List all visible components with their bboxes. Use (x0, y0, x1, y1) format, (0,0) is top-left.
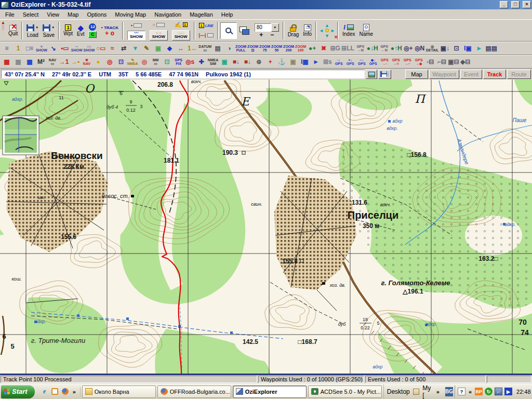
find-name-icon[interactable]: ◎N (414, 43, 425, 54)
route-from-gps-icon[interactable]: ⌐↓GPS (356, 56, 367, 68)
delete-track-icon[interactable]: ✖ (318, 43, 329, 54)
firefox-icon[interactable] (61, 388, 70, 396)
tab-map[interactable]: Map (405, 70, 428, 79)
task-browser[interactable]: OFFRoad-Bulgaria.co... (157, 385, 231, 398)
map-compare-icon[interactable]: ▤▤ (485, 43, 498, 54)
tab-route[interactable]: Route (507, 70, 531, 79)
map-image-gray-icon[interactable]: ▦ (12, 56, 24, 68)
pan-control[interactable]: ▲ ◄► ▼✕ (318, 23, 336, 38)
timer-icon[interactable] (51, 388, 59, 396)
zoom-200-button[interactable]: ZOOM200 (283, 43, 295, 54)
save-button[interactable]: ▼ Save (41, 20, 57, 41)
map-paste-icon[interactable]: ◑ (223, 43, 235, 54)
list-line-tools[interactable]: 1LINE |—| (197, 20, 216, 41)
close-button[interactable]: × (523, 1, 531, 8)
range-rings-scale-icon[interactable]: ◎s (184, 56, 196, 68)
next-map-icon[interactable]: ► (473, 43, 485, 54)
comment-button[interactable]: 12 C (86, 20, 99, 41)
zoom-100-button[interactable]: ZOOM100 (295, 43, 307, 54)
distance-ruler-icon[interactable]: ↔ (175, 43, 187, 54)
image-index-icon[interactable]: I▣ (462, 43, 473, 54)
print-image-icon[interactable]: ▣⊟ (447, 56, 459, 68)
track-from-gps-icon[interactable]: ≈↓GPS (344, 56, 356, 68)
internet-explorer-icon[interactable]: e (41, 388, 49, 396)
grid-utm-icon[interactable]: ⊞G (329, 43, 341, 54)
title-bar[interactable]: OziExplorer - K-35-032-4.tif _ □ × (0, 0, 532, 9)
track-mode-button[interactable]: ▪ TRACK + o (99, 20, 120, 41)
track-profile-icon[interactable]: ≈ (107, 43, 118, 54)
print-events-icon[interactable]: ◆⊟ (460, 56, 471, 68)
find-waypoint-icon[interactable]: ◎+ (403, 43, 414, 54)
zoom-out-button[interactable]: − (270, 32, 274, 37)
index-button[interactable]: I Index (340, 20, 357, 41)
event-to-gps-icon[interactable]: GPS→◆ (413, 56, 424, 68)
zoom-level-value[interactable]: 80 (255, 23, 271, 32)
event-button[interactable]: ◆ Evt (75, 20, 86, 41)
task-folder[interactable]: Около Варна (82, 385, 156, 398)
map-image-button[interactable] (366, 70, 377, 79)
menu-help[interactable]: Help (217, 10, 237, 19)
quick-save-button[interactable]: ↓ (378, 70, 391, 79)
menu-moving-map[interactable]: Moving Map (111, 10, 150, 19)
my-docs-label[interactable]: My [ (422, 384, 432, 399)
filter-icon[interactable]: ▼ (129, 43, 141, 54)
bp-tray-icon[interactable]: BP (475, 388, 483, 395)
nav-panel-icon[interactable]: NAV▭ (47, 56, 58, 68)
zoom-full-button[interactable]: ZOOMFULL (235, 43, 247, 54)
zoom-dropdown-button[interactable]: ▼ (271, 23, 279, 32)
menu-navigation[interactable]: Navigation (150, 10, 185, 19)
language-indicator[interactable]: BG (445, 387, 453, 396)
map-scale-icon[interactable]: M² (35, 56, 47, 68)
media-player-tray-icon[interactable]: ▶ (504, 388, 512, 395)
minimize-button[interactable]: _ (500, 1, 508, 8)
save-map-image-icon[interactable]: ▣↓ (439, 43, 450, 54)
map-detail-icon[interactable]: ◎DETAIL (425, 43, 440, 54)
wheel-icon[interactable]: ● (92, 56, 104, 68)
track-to-gps-icon[interactable]: GPS→≈ (390, 56, 402, 68)
show-waypoints-icon[interactable]: □≡ (24, 43, 35, 54)
goto-waypoint-icon[interactable]: →1 (58, 56, 70, 68)
print-waypoints-icon[interactable]: ▫⊟ (424, 56, 436, 68)
chevron-left-icon[interactable]: « (468, 389, 473, 395)
show-map-features-button[interactable]: ▪ 〰SHOW (125, 20, 148, 41)
topo-map-canvas[interactable]: 206.8вокч.вдхр.11О6дуб 490.123хоз. дв.Бе… (0, 79, 532, 375)
menu-view[interactable]: View (43, 10, 63, 19)
menu-select[interactable]: Select (19, 10, 43, 19)
info-button[interactable]: Info (301, 20, 314, 41)
event-from-gps-icon[interactable]: ◆↓GPS (367, 56, 379, 68)
show-track-icon[interactable]: ≈SHOW (35, 43, 48, 54)
show-names-button[interactable]: ✍1 □–□SHOW (170, 20, 192, 41)
track-control-panel-icon[interactable]: ≡ (1, 43, 12, 54)
show-track-points-icon[interactable]: ▫▫SHOW (71, 43, 83, 54)
wpt-to-gps-icon[interactable]: GPS→▫ (379, 56, 390, 68)
menu-file[interactable]: File (1, 10, 19, 19)
zoom-in-button[interactable]: + (259, 32, 263, 37)
overview-inset[interactable] (3, 116, 39, 155)
log-position-icon[interactable]: ■↓ (242, 56, 253, 68)
show-waypoints-button[interactable]: ○ ○ ○SHOW (148, 20, 170, 41)
show-waypoint-names-icon[interactable]: ○○SHOW (83, 43, 96, 54)
grid-setup-icon[interactable]: ⊞s (322, 56, 333, 68)
mm-panel-icon[interactable]: MM▭ (150, 56, 162, 68)
menu-magellan[interactable]: Magellan (185, 10, 217, 19)
toolbar-grip[interactable]: ▲:::::: (0, 21, 6, 41)
pan-arrows-icon[interactable]: ↘ (48, 43, 59, 54)
chevron-right-icon[interactable]: » (435, 389, 441, 395)
start-button[interactable]: Start (1, 385, 35, 398)
range-rings-icon[interactable]: ◎ (139, 56, 150, 68)
network-tray-icon[interactable]: ⌐ (495, 388, 502, 395)
move-waypoint-icon[interactable]: ✎ (141, 43, 152, 54)
map-load-icon[interactable]: ●↑H (390, 43, 403, 54)
nmea-sim-icon[interactable]: NMEASIM (207, 56, 219, 68)
route-to-gps-icon[interactable]: GPS→⌐ (402, 56, 413, 68)
add-map-icon[interactable]: ●+ (307, 43, 318, 54)
waypoint-properties-icon[interactable]: 1 (12, 43, 24, 54)
zoom-50-button[interactable]: ZOOM50 (271, 43, 283, 54)
track-point-icon[interactable]: ▪▭ (59, 43, 71, 54)
overlay-box-icon[interactable]: ▣ (287, 56, 299, 68)
nmea-log-icon[interactable]: ✎NMEA (127, 56, 139, 68)
event-properties-icon[interactable]: ◆ (164, 43, 175, 54)
load-button[interactable]: ▼ Load (24, 20, 41, 41)
anchor-alarm-icon[interactable]: ⚓ (276, 56, 287, 68)
drag-button[interactable]: Drag (286, 20, 301, 41)
